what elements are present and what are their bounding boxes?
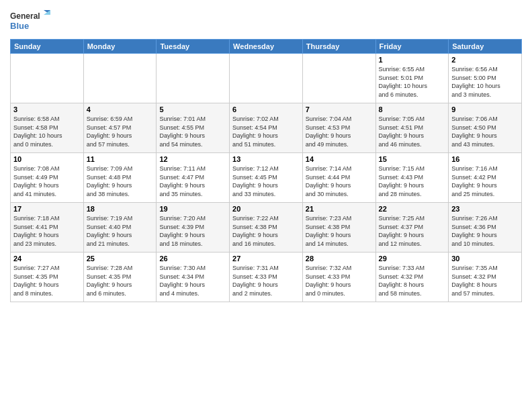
weekday-header-row: SundayMondayTuesdayWednesdayThursdayFrid… xyxy=(11,40,522,54)
day-number: 1 xyxy=(379,56,446,64)
day-info: Sunrise: 7:35 AM Sunset: 4:32 PM Dayligh… xyxy=(451,264,519,298)
calendar-cell: 18Sunrise: 7:19 AM Sunset: 4:40 PM Dayli… xyxy=(83,203,157,253)
day-info: Sunrise: 7:22 AM Sunset: 4:38 PM Dayligh… xyxy=(232,214,300,248)
day-info: Sunrise: 7:12 AM Sunset: 4:45 PM Dayligh… xyxy=(232,165,300,198)
calendar-cell: 16Sunrise: 7:16 AM Sunset: 4:42 PM Dayli… xyxy=(449,153,522,203)
day-info: Sunrise: 7:01 AM Sunset: 4:55 PM Dayligh… xyxy=(159,115,226,148)
weekday-header-friday: Friday xyxy=(375,40,449,54)
day-number: 21 xyxy=(306,205,373,213)
calendar-cell: 21Sunrise: 7:23 AM Sunset: 4:38 PM Dayli… xyxy=(302,203,375,253)
svg-text:Blue: Blue xyxy=(10,21,29,31)
day-info: Sunrise: 7:06 AM Sunset: 4:50 PM Dayligh… xyxy=(451,115,519,148)
calendar-cell xyxy=(83,54,157,103)
calendar-cell: 5Sunrise: 7:01 AM Sunset: 4:55 PM Daylig… xyxy=(157,103,230,153)
calendar-week-1: 1Sunrise: 6:55 AM Sunset: 5:01 PM Daylig… xyxy=(11,54,522,103)
day-info: Sunrise: 7:02 AM Sunset: 4:54 PM Dayligh… xyxy=(232,115,300,148)
weekday-header-monday: Monday xyxy=(83,40,157,54)
day-info: Sunrise: 7:33 AM Sunset: 4:32 PM Dayligh… xyxy=(379,264,446,298)
calendar-cell: 30Sunrise: 7:35 AM Sunset: 4:32 PM Dayli… xyxy=(449,253,522,302)
day-info: Sunrise: 7:05 AM Sunset: 4:51 PM Dayligh… xyxy=(379,115,446,148)
calendar-cell: 3Sunrise: 6:58 AM Sunset: 4:58 PM Daylig… xyxy=(11,103,84,153)
calendar-header: SundayMondayTuesdayWednesdayThursdayFrid… xyxy=(11,40,522,54)
day-number: 14 xyxy=(306,155,373,163)
day-number: 13 xyxy=(232,155,300,163)
header: General Blue xyxy=(10,7,522,34)
day-number: 22 xyxy=(379,205,446,213)
calendar-cell: 23Sunrise: 7:26 AM Sunset: 4:36 PM Dayli… xyxy=(449,203,522,253)
day-number: 7 xyxy=(306,105,373,113)
day-number: 2 xyxy=(451,56,519,64)
calendar-cell: 9Sunrise: 7:06 AM Sunset: 4:50 PM Daylig… xyxy=(449,103,522,153)
day-number: 15 xyxy=(379,155,446,163)
weekday-header-tuesday: Tuesday xyxy=(157,40,230,54)
calendar-cell: 6Sunrise: 7:02 AM Sunset: 4:54 PM Daylig… xyxy=(230,103,303,153)
calendar-cell: 27Sunrise: 7:31 AM Sunset: 4:33 PM Dayli… xyxy=(230,253,303,302)
day-info: Sunrise: 7:28 AM Sunset: 4:35 PM Dayligh… xyxy=(87,264,154,298)
calendar-cell xyxy=(157,54,230,103)
day-number: 29 xyxy=(379,255,446,263)
day-info: Sunrise: 7:31 AM Sunset: 4:33 PM Dayligh… xyxy=(232,264,300,298)
day-info: Sunrise: 7:20 AM Sunset: 4:39 PM Dayligh… xyxy=(159,214,226,248)
day-info: Sunrise: 7:23 AM Sunset: 4:38 PM Dayligh… xyxy=(306,214,373,248)
calendar-cell: 2Sunrise: 6:56 AM Sunset: 5:00 PM Daylig… xyxy=(449,54,522,103)
day-number: 27 xyxy=(232,255,300,263)
calendar-cell: 15Sunrise: 7:15 AM Sunset: 4:43 PM Dayli… xyxy=(375,153,449,203)
calendar-cell xyxy=(230,54,303,103)
day-info: Sunrise: 6:59 AM Sunset: 4:57 PM Dayligh… xyxy=(87,115,154,148)
weekday-header-sunday: Sunday xyxy=(11,40,84,54)
weekday-header-saturday: Saturday xyxy=(449,40,522,54)
calendar-cell: 4Sunrise: 6:59 AM Sunset: 4:57 PM Daylig… xyxy=(83,103,157,153)
day-info: Sunrise: 7:19 AM Sunset: 4:40 PM Dayligh… xyxy=(87,214,154,248)
day-info: Sunrise: 7:08 AM Sunset: 4:49 PM Dayligh… xyxy=(13,165,81,198)
calendar-cell: 29Sunrise: 7:33 AM Sunset: 4:32 PM Dayli… xyxy=(375,253,449,302)
calendar-cell: 17Sunrise: 7:18 AM Sunset: 4:41 PM Dayli… xyxy=(11,203,84,253)
svg-text:General: General xyxy=(10,11,40,21)
calendar-cell: 11Sunrise: 7:09 AM Sunset: 4:48 PM Dayli… xyxy=(83,153,157,203)
page: General Blue SundayMondayTuesdayWednesda… xyxy=(0,0,532,411)
calendar-cell: 26Sunrise: 7:30 AM Sunset: 4:34 PM Dayli… xyxy=(157,253,230,302)
day-number: 5 xyxy=(159,105,226,113)
calendar-cell: 12Sunrise: 7:11 AM Sunset: 4:47 PM Dayli… xyxy=(157,153,230,203)
day-info: Sunrise: 6:56 AM Sunset: 5:00 PM Dayligh… xyxy=(451,65,519,99)
day-info: Sunrise: 6:58 AM Sunset: 4:58 PM Dayligh… xyxy=(13,115,81,148)
day-number: 6 xyxy=(232,105,300,113)
calendar-week-5: 24Sunrise: 7:27 AM Sunset: 4:35 PM Dayli… xyxy=(11,253,522,302)
day-info: Sunrise: 7:04 AM Sunset: 4:53 PM Dayligh… xyxy=(306,115,373,148)
day-number: 30 xyxy=(451,255,519,263)
day-number: 18 xyxy=(87,205,154,213)
day-number: 20 xyxy=(232,205,300,213)
day-number: 17 xyxy=(13,205,81,213)
calendar-cell: 14Sunrise: 7:14 AM Sunset: 4:44 PM Dayli… xyxy=(302,153,375,203)
day-info: Sunrise: 7:27 AM Sunset: 4:35 PM Dayligh… xyxy=(13,264,81,298)
weekday-header-wednesday: Wednesday xyxy=(230,40,303,54)
logo: General Blue xyxy=(10,7,50,34)
day-info: Sunrise: 7:09 AM Sunset: 4:48 PM Dayligh… xyxy=(87,165,154,198)
day-number: 19 xyxy=(159,205,226,213)
logo-svg: General Blue xyxy=(10,7,50,34)
calendar-body: 1Sunrise: 6:55 AM Sunset: 5:01 PM Daylig… xyxy=(11,54,522,302)
calendar-cell: 10Sunrise: 7:08 AM Sunset: 4:49 PM Dayli… xyxy=(11,153,84,203)
calendar-week-3: 10Sunrise: 7:08 AM Sunset: 4:49 PM Dayli… xyxy=(11,153,522,203)
day-number: 28 xyxy=(306,255,373,263)
day-info: Sunrise: 7:30 AM Sunset: 4:34 PM Dayligh… xyxy=(159,264,226,298)
calendar-week-2: 3Sunrise: 6:58 AM Sunset: 4:58 PM Daylig… xyxy=(11,103,522,153)
calendar-cell xyxy=(11,54,84,103)
calendar-cell: 1Sunrise: 6:55 AM Sunset: 5:01 PM Daylig… xyxy=(375,54,449,103)
calendar-cell: 8Sunrise: 7:05 AM Sunset: 4:51 PM Daylig… xyxy=(375,103,449,153)
day-info: Sunrise: 7:16 AM Sunset: 4:42 PM Dayligh… xyxy=(451,165,519,198)
day-info: Sunrise: 7:26 AM Sunset: 4:36 PM Dayligh… xyxy=(451,214,519,248)
day-number: 16 xyxy=(451,155,519,163)
calendar-table: SundayMondayTuesdayWednesdayThursdayFrid… xyxy=(10,39,522,302)
calendar-cell: 24Sunrise: 7:27 AM Sunset: 4:35 PM Dayli… xyxy=(11,253,84,302)
calendar-week-4: 17Sunrise: 7:18 AM Sunset: 4:41 PM Dayli… xyxy=(11,203,522,253)
day-number: 9 xyxy=(451,105,519,113)
day-info: Sunrise: 7:11 AM Sunset: 4:47 PM Dayligh… xyxy=(159,165,226,198)
calendar-cell: 19Sunrise: 7:20 AM Sunset: 4:39 PM Dayli… xyxy=(157,203,230,253)
day-info: Sunrise: 7:32 AM Sunset: 4:33 PM Dayligh… xyxy=(306,264,373,298)
day-number: 26 xyxy=(159,255,226,263)
day-number: 3 xyxy=(13,105,81,113)
day-info: Sunrise: 7:25 AM Sunset: 4:37 PM Dayligh… xyxy=(379,214,446,248)
calendar-cell xyxy=(302,54,375,103)
day-info: Sunrise: 7:14 AM Sunset: 4:44 PM Dayligh… xyxy=(306,165,373,198)
day-info: Sunrise: 6:55 AM Sunset: 5:01 PM Dayligh… xyxy=(379,65,446,99)
